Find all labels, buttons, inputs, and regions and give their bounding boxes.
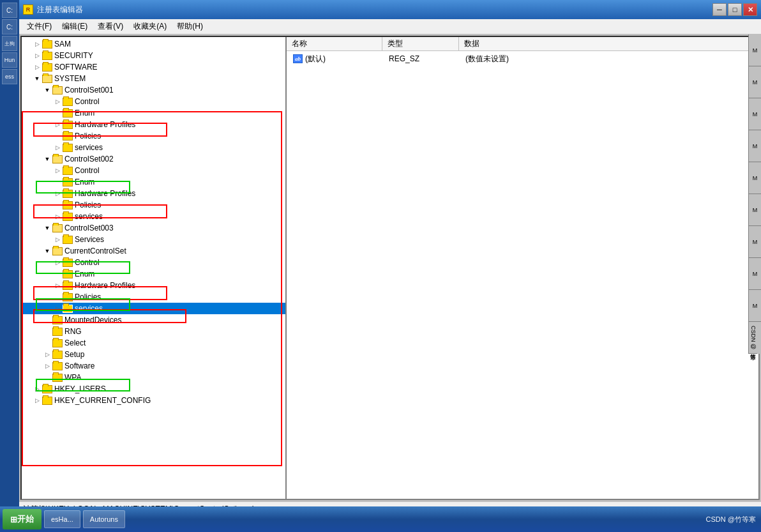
folder-icon [52,374,63,382]
folder-icon [63,201,73,209]
folder-icon [63,109,73,118]
expand-icon [52,200,63,210]
tree-item-cs003-services[interactable]: ▷ Services [22,234,285,245]
item-label: Policies [75,201,101,209]
col-header-type: 类型 [382,37,459,50]
item-label: Select [64,338,86,347]
menu-bar: 文件(F) 编辑(E) 查看(V) 收藏夹(A) 帮助(H) [19,19,761,34]
item-label: Control [75,166,100,175]
tree-item-cs002-control[interactable]: ▷ Control [22,165,285,176]
expand-icon: ▷ [52,188,63,199]
strip-icon-4[interactable]: Hun [2,52,17,68]
item-label: CurrentControlSet [64,247,126,255]
tree-item-hkey-users[interactable]: ▷ HKEY_USERS [22,383,285,395]
tree-item-cs001-hwprofiles[interactable]: ▷ Hardware Profiles [22,119,285,130]
item-label: HKEY_USERS [54,384,106,393]
expand-icon [42,338,52,348]
tree-item-system[interactable]: ▼ SYSTEM [22,73,285,84]
tree-item-cs001-enum[interactable]: Enum [22,107,285,119]
right-edge-label: M [749,290,761,322]
folder-icon [52,362,63,370]
strip-icon-3[interactable]: 土狗 [2,36,17,51]
tree-item-security[interactable]: ▷ SECURITY [22,50,285,61]
item-label: WPA [64,373,81,382]
menu-edit[interactable]: 编辑(E) [57,20,93,33]
tree-item-controlset001[interactable]: ▼ ControlSet001 [22,84,285,96]
tree-item-currentcontrolset[interactable]: ▼ CurrentControlSet [22,245,285,257]
folder-icon [63,282,73,290]
expand-icon: ▼ [42,85,52,95]
item-label: Hardware Profiles [75,189,135,198]
tree-item-cs002-policies[interactable]: Policies [22,199,285,211]
strip-icon-5[interactable]: ess [2,69,17,84]
tree-item-mounteddevices[interactable]: MountedDevices [22,314,285,326]
tree-item-cs001-control[interactable]: ▷ Control [22,96,285,107]
taskbar-btn-autoruns[interactable]: Autoruns [83,510,125,528]
item-label: Setup [64,350,84,359]
menu-file[interactable]: 文件(F) [22,20,57,33]
tree-item-wpa[interactable]: WPA [22,372,285,383]
menu-help[interactable]: 帮助(H) [172,20,208,33]
folder-icon [52,339,63,347]
tree-scroll[interactable]: ▷ SAM ▷ SECURITY ▷ SOFTWARE [22,37,285,499]
expand-icon [52,292,63,302]
main-content: R 注册表编辑器 ─ □ ✕ 文件(F) 编辑(E) 查看(V) 收藏夹(A) … [19,0,761,506]
strip-icon-1[interactable]: C: [2,3,17,18]
right-edge-label: M [749,258,761,290]
folder-icon [63,213,73,221]
expand-icon [42,372,52,383]
tree-item-setup[interactable]: ▷ Setup [22,349,285,360]
reg-name-label: (默认) [305,54,326,65]
start-button[interactable]: ⊞ 开始 [3,509,41,529]
reg-row-default[interactable]: ab (默认) REG_SZ (数值未设置) [288,52,757,65]
right-edge-label: M [749,66,761,98]
tree-item-ccs-services[interactable]: ▷ services [22,303,285,314]
tree-item-rng[interactable]: RNG [22,326,285,337]
expand-icon: ▷ [52,234,63,245]
item-label: SECURITY [54,51,93,60]
folder-icon [52,351,63,359]
col-header-name: 名称 [287,37,382,50]
tree-item-ccs-enum[interactable]: Enum [22,268,285,280]
folder-icon [63,190,73,198]
tree-item-cs002-services[interactable]: ▷ services [22,211,285,222]
tree-item-cs001-policies[interactable]: Policies [22,130,285,142]
tree-item-sam[interactable]: ▷ SAM [22,38,285,50]
maximize-button[interactable]: □ [728,3,742,16]
close-button[interactable]: ✕ [743,3,757,16]
tree-item-ccs-control[interactable]: ▷ Control [22,257,285,268]
minimize-button[interactable]: ─ [712,3,727,16]
expand-icon [52,269,63,279]
folder-icon [52,224,63,232]
tree-item-cs001-services[interactable]: ▷ services [22,142,285,153]
main-window: ▷ SAM ▷ SECURITY ▷ SOFTWARE [20,36,760,500]
folder-icon [63,236,73,244]
tree-item-hkey-current-config[interactable]: ▷ HKEY_CURRENT_CONFIG [22,395,285,406]
item-label: Software [64,361,94,370]
expand-icon: ▷ [32,62,42,72]
tree-item-select[interactable]: Select [22,337,285,349]
col-header-data: 数据 [459,37,758,50]
expand-icon: ▼ [32,73,42,84]
expand-icon: ▷ [32,384,42,394]
expand-icon: ▷ [42,349,52,360]
item-label: Hardware Profiles [75,281,135,290]
right-panel: 名称 类型 数据 ab (默认) REG_SZ (数值未设置) [287,37,758,499]
menu-view[interactable]: 查看(V) [93,20,128,33]
tree-item-software[interactable]: ▷ SOFTWARE [22,61,285,73]
tree-item-cs002-enum[interactable]: Enum [22,176,285,188]
tree-item-ccs-policies[interactable]: Policies [22,291,285,303]
taskbar-btn-esha[interactable]: esHa... [44,510,80,528]
folder-icon [63,293,73,301]
tree-item-cs002-hwprofiles[interactable]: ▷ Hardware Profiles [22,188,285,199]
item-label: SOFTWARE [54,63,98,72]
tree-item-controlset002[interactable]: ▼ ControlSet002 [22,153,285,165]
tree-item-software2[interactable]: ▷ Software [22,360,285,372]
item-label: ControlSet003 [64,224,114,232]
folder-icon [63,167,73,175]
tree-item-controlset003[interactable]: ▼ ControlSet003 [22,222,285,234]
expand-icon: ▷ [32,39,42,49]
tree-item-ccs-hwprofiles[interactable]: ▷ Hardware Profiles [22,280,285,291]
strip-icon-2[interactable]: C: [2,19,17,34]
menu-favorites[interactable]: 收藏夹(A) [128,20,172,33]
